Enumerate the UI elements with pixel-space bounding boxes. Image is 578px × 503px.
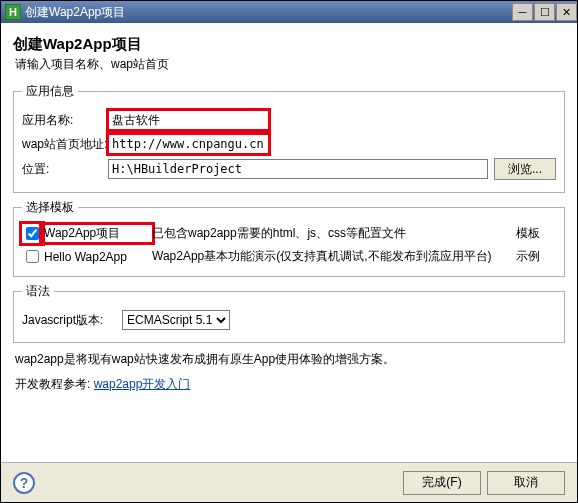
wap-url-label: wap站首页地址: [22, 136, 108, 153]
js-version-label: Javascript版本: [22, 312, 122, 329]
grammar-legend: 语法 [22, 283, 54, 300]
note-line2: 开发教程参考: wap2app开发入门 [15, 376, 563, 393]
page-subtitle: 请输入项目名称、wap站首页 [15, 56, 565, 73]
footer: ? 完成(F) 取消 [1, 462, 577, 502]
app-icon: H [5, 4, 21, 20]
cancel-button[interactable]: 取消 [487, 471, 565, 495]
close-button[interactable]: ✕ [556, 3, 577, 21]
app-name-label: 应用名称: [22, 112, 108, 129]
window-title: 创建Wap2App项目 [25, 4, 511, 21]
app-name-input[interactable] [108, 110, 269, 130]
location-input[interactable] [108, 159, 488, 179]
template-name: Hello Wap2App [42, 250, 152, 264]
template-legend: 选择模板 [22, 199, 78, 216]
finish-button[interactable]: 完成(F) [403, 471, 481, 495]
js-version-select[interactable]: ECMAScript 5.1 [122, 310, 230, 330]
maximize-button[interactable]: ☐ [534, 3, 555, 21]
template-cat: 示例 [516, 248, 556, 265]
content-area: 创建Wap2App项目 请输入项目名称、wap站首页 应用信息 应用名称: wa… [1, 23, 577, 462]
tutorial-link[interactable]: wap2app开发入门 [94, 377, 191, 391]
template-cat: 模板 [516, 225, 556, 242]
help-icon[interactable]: ? [13, 472, 35, 494]
note-line1: wap2app是将现有wap站快速发布成拥有原生App使用体验的增强方案。 [15, 351, 563, 368]
template-group: 选择模板 Wap2App项目 已包含wap2app需要的html、js、css等… [13, 199, 565, 277]
app-info-legend: 应用信息 [22, 83, 78, 100]
titlebar: H 创建Wap2App项目 ─ ☐ ✕ [1, 1, 577, 23]
dialog-window: H 创建Wap2App项目 ─ ☐ ✕ 创建Wap2App项目 请输入项目名称、… [0, 0, 578, 503]
wap-url-input[interactable] [108, 134, 269, 154]
note-prefix: 开发教程参考: [15, 377, 94, 391]
table-row[interactable]: Wap2App项目 已包含wap2app需要的html、js、css等配置文件 … [22, 222, 556, 245]
template-desc: 已包含wap2app需要的html、js、css等配置文件 [152, 225, 516, 242]
template-checkbox[interactable] [26, 250, 39, 263]
app-info-group: 应用信息 应用名称: wap站首页地址: 位置: 浏览... [13, 83, 565, 193]
page-title: 创建Wap2App项目 [13, 35, 565, 54]
table-row[interactable]: Hello Wap2App Wap2App基本功能演示(仅支持真机调试,不能发布… [22, 245, 556, 268]
browse-button[interactable]: 浏览... [494, 158, 556, 180]
minimize-button[interactable]: ─ [512, 3, 533, 21]
template-desc: Wap2App基本功能演示(仅支持真机调试,不能发布到流应用平台) [152, 248, 516, 265]
grammar-group: 语法 Javascript版本: ECMAScript 5.1 [13, 283, 565, 343]
template-name: Wap2App项目 [42, 225, 152, 242]
location-label: 位置: [22, 161, 108, 178]
template-checkbox[interactable] [26, 227, 39, 240]
